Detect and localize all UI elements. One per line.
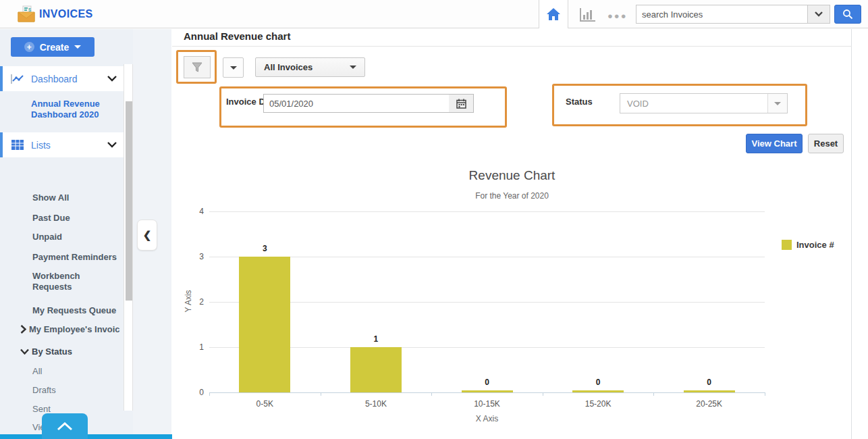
bar-value-label: 1 [350, 334, 402, 344]
y-tick-label: 1 [188, 342, 204, 352]
chevron-up-icon [57, 422, 73, 431]
app-title: INVOICES [39, 0, 93, 28]
sidebar-item-past-due[interactable]: Past Due [32, 213, 120, 224]
x-tick-mark [431, 392, 432, 396]
bar-value-label: 3 [239, 244, 290, 253]
x-tick-mark [765, 392, 765, 396]
caret-down-icon [774, 102, 781, 105]
x-axis-line [209, 392, 765, 393]
sidebar-item-workbench-requests[interactable]: Workbench Requests [32, 271, 107, 292]
x-category-label: 15-20K [543, 399, 654, 409]
table-icon [11, 140, 24, 150]
bar-value-label: 0 [684, 378, 735, 387]
chart-title: Revenue Chart [172, 168, 852, 183]
create-button[interactable]: + Create [11, 37, 94, 57]
sidebar-item-show-all[interactable]: Show All [32, 192, 120, 203]
sidebar-scrollbar-thumb[interactable] [126, 101, 132, 301]
chevron-down-icon [107, 142, 117, 148]
sidebar-item-my-requests-queue[interactable]: My Requests Queue [32, 305, 134, 316]
x-category-label: 5-10K [321, 399, 432, 409]
chevron-down-icon [107, 76, 117, 82]
gridline [209, 211, 765, 212]
x-tick-mark [321, 392, 321, 396]
status-select-caret [767, 94, 787, 113]
filter-button[interactable] [184, 56, 211, 78]
y-tick-label: 3 [188, 252, 204, 261]
column-chart-icon [578, 7, 596, 22]
main-panel: Annual Revenue chart All Invoices Invoic… [172, 29, 852, 439]
sidebar-item-label: My Employee's Invoic [29, 324, 120, 334]
sidebar-item-payment-reminders[interactable]: Payment Reminders [32, 252, 120, 263]
sidebar-subitem-drafts[interactable]: Drafts [32, 385, 56, 395]
y-tick-label: 4 [188, 207, 204, 216]
bar-15-20K[interactable] [572, 390, 624, 392]
sidebar-item-my-employees-invoices[interactable]: My Employee's Invoic [20, 324, 124, 334]
sidebar-section-lists[interactable]: Lists [0, 132, 124, 157]
home-icon [546, 7, 561, 21]
x-category-label: 0-5K [209, 399, 321, 409]
search-input[interactable] [636, 5, 807, 24]
report-select-value: All Invoices [264, 62, 313, 72]
sidebar-item-label: By Status [32, 346, 72, 357]
invoice-envelope-icon: $ [18, 5, 35, 23]
sidebar-scrollbar-track[interactable] [124, 64, 133, 411]
svg-text:$: $ [28, 7, 31, 12]
calendar-icon [456, 99, 466, 109]
sidebar-item-by-status[interactable]: By Status [20, 346, 72, 357]
sidebar-subitem-all[interactable]: All [32, 366, 42, 376]
invoice-date-input[interactable] [263, 94, 450, 113]
legend-label: Invoice # [796, 240, 834, 250]
y-tick-label: 2 [188, 297, 204, 307]
page-title: Annual Revenue chart [184, 30, 290, 42]
create-button-label: Create [40, 42, 70, 53]
sidebar-collapse-handle[interactable]: ❮ [137, 220, 157, 251]
bar-value-label: 0 [572, 378, 624, 387]
caret-down-icon [350, 66, 356, 69]
y-tick-label: 0 [188, 388, 204, 397]
bar-20-25K[interactable] [684, 390, 735, 392]
search-scope-dropdown[interactable] [807, 5, 830, 24]
x-tick-mark [209, 392, 210, 396]
gridline [209, 302, 765, 303]
home-button[interactable] [539, 0, 568, 28]
caret-down-icon [230, 66, 237, 70]
gridline [209, 347, 765, 348]
charts-button[interactable] [575, 5, 599, 24]
chart-subtitle: For the Year of 2020 [172, 191, 852, 201]
plus-icon: + [24, 42, 34, 52]
status-select-value: VOID [627, 99, 649, 109]
x-tick-mark [653, 392, 654, 396]
line-chart-icon [11, 74, 24, 84]
sidebar-dashboard-label: Dashboard [31, 74, 78, 84]
bar-0-5K[interactable] [239, 257, 290, 392]
back-to-top-button[interactable] [42, 413, 88, 439]
reset-button[interactable]: Reset [808, 134, 844, 153]
sidebar-item-unpaid[interactable]: Unpaid [32, 232, 120, 242]
search-icon [842, 9, 853, 20]
revenue-chart: Revenue Chart For the Year of 2020 Y Axi… [172, 164, 852, 434]
x-axis-title: X Axis [209, 414, 765, 423]
legend-swatch [782, 240, 792, 250]
sidebar-subitem-sent[interactable]: Sent [32, 404, 51, 414]
x-tick-mark [543, 392, 543, 396]
sidebar-lists-label: Lists [31, 140, 51, 151]
sidebar-section-dashboard[interactable]: Dashboard [0, 66, 124, 91]
view-chart-button[interactable]: View Chart [746, 134, 803, 153]
search-button[interactable] [834, 5, 861, 24]
gridline [209, 257, 765, 257]
filter-options-dropdown[interactable] [223, 57, 244, 78]
bar-value-label: 0 [462, 378, 513, 387]
top-bar: $ INVOICES ●●● [0, 0, 868, 28]
more-options-ellipsis-icon[interactable]: ●●● [607, 11, 628, 21]
legend-item-invoice-count[interactable]: Invoice # [782, 240, 834, 250]
calendar-button[interactable] [449, 94, 474, 113]
header-divider [172, 46, 852, 47]
chevron-down-icon [815, 11, 823, 17]
sidebar-link-annual-revenue-dashboard[interactable]: Annual Revenue Dashboard 2020 [31, 99, 120, 120]
status-select[interactable]: VOID [620, 93, 788, 113]
bar-10-15K[interactable] [462, 390, 513, 392]
chevron-down-icon [20, 348, 29, 355]
x-category-label: 10-15K [431, 399, 543, 409]
bar-5-10K[interactable] [350, 347, 402, 392]
report-select[interactable]: All Invoices [255, 57, 365, 77]
